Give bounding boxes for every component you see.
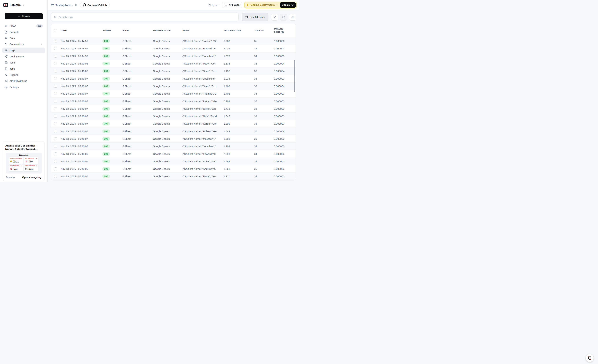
cell-process-time: 1.388 (224, 137, 254, 140)
deploy-button[interactable]: Deploy (280, 2, 296, 8)
table-row[interactable]: Nov 13, 2025 - 05:40:07 200 GSheet Googl… (51, 112, 296, 120)
table-row[interactable]: Nov 13, 2025 - 05:44:55 200 GSheet Googl… (51, 52, 296, 60)
twilio-icon (10, 168, 12, 170)
cell-input: {"Student Name":"Jonathan"," (183, 145, 219, 148)
cell-process-time: 1.261 (224, 167, 254, 170)
table-row[interactable]: Nov 13, 2025 - 05:44:56 200 GSheet Googl… (51, 37, 296, 45)
sidebar-item-connections[interactable]: Connections (2, 41, 45, 47)
connect-github-button[interactable]: Connect GitHub (80, 2, 110, 8)
table-row[interactable]: Nov 13, 2025 - 05:40:07 200 GSheet Googl… (51, 75, 296, 82)
cell-input: {"Student Name":"Anna","Gen (183, 160, 219, 163)
settings-icon (5, 86, 8, 89)
row-checkbox[interactable] (54, 137, 57, 140)
reports-icon (5, 73, 8, 76)
table-scrollbar[interactable] (294, 60, 295, 92)
table-row[interactable]: Nov 13, 2025 - 05:44:56 200 GSheet Googl… (51, 45, 296, 52)
integration-mini-card: AIRTABLE INTEGRATION▶ –AppAirtable (9, 157, 23, 164)
row-checkbox[interactable] (54, 47, 57, 50)
row-checkbox[interactable] (54, 145, 57, 148)
cell-tokens: 35 (254, 77, 274, 80)
row-checkbox[interactable] (54, 100, 57, 103)
sidebar-item-data[interactable]: Data (2, 35, 45, 41)
search-input[interactable] (58, 16, 236, 18)
sidebar-item-label: Connections (9, 43, 24, 46)
table-row[interactable]: Nov 13, 2025 - 05:40:07 200 GSheet Googl… (51, 90, 296, 97)
download-button[interactable] (289, 14, 296, 21)
cell-flow: GSheet (123, 85, 153, 88)
sidebar-item-logs[interactable]: Logs (2, 48, 45, 53)
table-row[interactable]: Nov 13, 2025 - 05:40:07 200 GSheet Googl… (51, 67, 296, 75)
row-checkbox[interactable] (54, 85, 57, 88)
row-checkbox[interactable] (54, 175, 57, 178)
notion-icon: N (25, 168, 27, 170)
row-checkbox[interactable] (54, 55, 57, 57)
table-row[interactable]: Nov 13, 2025 - 05:40:07 200 GSheet Googl… (51, 82, 296, 90)
sidebar-item-reports[interactable]: Reports (2, 72, 45, 78)
pending-deployments-pill[interactable]: Pending Deployments Deploy (244, 2, 297, 8)
row-checkbox[interactable] (54, 92, 57, 95)
cell-flow: GSheet (123, 153, 153, 155)
cell-tokens: 35 (254, 167, 274, 170)
row-checkbox[interactable] (54, 107, 57, 110)
api-docs-button[interactable]: API Docs (222, 2, 242, 8)
cell-process-time: 1.043 (224, 130, 254, 133)
table-row[interactable]: Nov 13, 2025 - 05:40:06 200 GSheet Googl… (51, 172, 296, 180)
row-checkbox[interactable] (54, 40, 57, 42)
cell-flow: GSheet (123, 92, 153, 95)
filter-button[interactable] (271, 14, 278, 21)
cell-tokens: 34 (254, 47, 274, 50)
sidebar-item-jobs[interactable]: Jobs (2, 66, 45, 72)
table-row[interactable]: Nov 13, 2025 - 05:40:06 200 GSheet Googl… (51, 158, 296, 165)
table-row[interactable]: Nov 13, 2025 - 05:40:06 200 GSheet Googl… (51, 142, 296, 150)
status-badge: 200 (102, 137, 110, 141)
sidebar-item-prompts[interactable]: Prompts (2, 29, 45, 35)
table-row[interactable]: Nov 13, 2025 - 05:40:07 200 GSheet Googl… (51, 135, 296, 142)
select-all-checkbox[interactable] (54, 29, 57, 32)
sidebar-item-settings[interactable]: Settings (2, 84, 45, 90)
sidebar-item-flows[interactable]: Flows293 (2, 23, 45, 29)
workspace-switcher[interactable]: Lamatic (0, 0, 47, 10)
help-menu[interactable]: Help (208, 4, 220, 7)
row-checkbox[interactable] (54, 167, 57, 170)
cell-input: {"Student Name":"Fiona","Ger (183, 175, 219, 178)
row-checkbox[interactable] (54, 115, 57, 118)
table-row[interactable]: Nov 13, 2025 - 05:40:07 200 GSheet Googl… (51, 120, 296, 127)
cell-trigger-node: Google Sheets (153, 122, 183, 125)
cell-tokens: 36 (254, 130, 274, 133)
cell-input: {"Student Name":"Robert","Ge (183, 130, 219, 133)
cell-input: {"Student Name":"Edward","G (183, 153, 219, 155)
row-checkbox[interactable] (54, 130, 57, 133)
table-row[interactable]: Nov 13, 2025 - 05:40:06 200 GSheet Googl… (51, 165, 296, 172)
open-changelog-button[interactable]: Open changelog (22, 176, 42, 178)
table-row[interactable]: Nov 13, 2025 - 05:40:07 200 GSheet Googl… (51, 105, 296, 112)
refresh-button[interactable] (280, 14, 287, 21)
cell-input: {"Student Name":"Sean","Gen (183, 85, 219, 88)
create-button[interactable]: Create (5, 13, 43, 19)
date-range-button[interactable]: Last 24 hours (242, 13, 268, 21)
pending-status-dot (247, 4, 248, 6)
cell-status: 200 (102, 99, 123, 103)
row-checkbox[interactable] (54, 70, 57, 73)
sidebar-item-api-playground[interactable]: API Playground (2, 78, 45, 84)
logs-icon (5, 49, 8, 52)
table-row[interactable]: Nov 13, 2025 - 05:40:08 200 GSheet Googl… (51, 60, 296, 67)
row-checkbox[interactable] (54, 160, 57, 163)
project-selector[interactable]: Testing-New-... (51, 3, 77, 7)
cell-flow: GSheet (123, 62, 153, 65)
table-row[interactable]: Nov 13, 2025 - 05:40:07 200 GSheet Googl… (51, 97, 296, 105)
row-checkbox[interactable] (54, 153, 57, 155)
row-checkbox[interactable] (54, 77, 57, 80)
row-checkbox[interactable] (54, 122, 57, 125)
row-checkbox[interactable] (54, 62, 57, 65)
cell-flow: GSheet (123, 77, 153, 80)
dismiss-button[interactable]: Dismiss (6, 176, 15, 178)
table-row[interactable]: Nov 13, 2025 - 05:40:06 200 GSheet Googl… (51, 150, 296, 157)
table-row[interactable]: Nov 13, 2025 - 05:40:07 200 GSheet Googl… (51, 128, 296, 135)
sidebar-item-deployments[interactable]: Deployments (2, 54, 45, 59)
cell-date: Nov 13, 2025 - 05:40:07 (61, 77, 102, 80)
column-header-process-time: PROCESS TIME (224, 29, 254, 32)
cell-trigger-node: Google Sheets (153, 77, 183, 80)
sidebar-item-tests[interactable]: Tests (2, 60, 45, 65)
cell-date: Nov 13, 2025 - 05:40:07 (61, 107, 102, 110)
cell-status: 200 (102, 152, 123, 156)
